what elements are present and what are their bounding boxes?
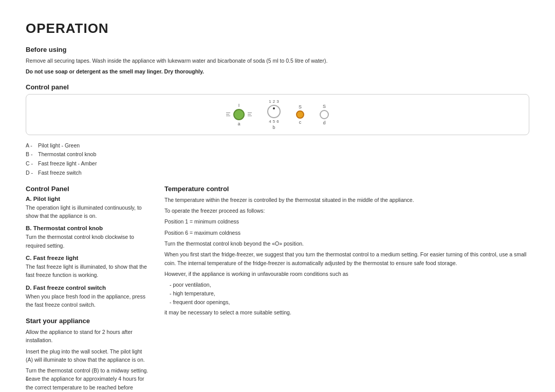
temp-ctrl-para2: To operate the freezer proceed as follow… bbox=[164, 207, 529, 215]
temp-ctrl-para6: it may be necessary to select a more sui… bbox=[164, 308, 529, 316]
legend-key-a: A - bbox=[26, 141, 35, 151]
legend: A - Pilot light - Green B - Thermostat c… bbox=[26, 141, 529, 178]
temp-ctrl-position6: Position 6 = maximum coldness bbox=[164, 229, 529, 237]
col-right: Temperature control The temperature with… bbox=[164, 185, 529, 392]
legend-row-a: A - Pilot light - Green bbox=[26, 141, 529, 151]
start-appliance-para1: Allow the appliance to stand for 2 hours… bbox=[26, 328, 149, 345]
temp-ctrl-position1: Position 1 = minimum coldness bbox=[164, 217, 529, 226]
pilot-light-text: The operation light is illuminated conti… bbox=[26, 203, 149, 220]
col-left: Control Panel A. Pilot light The operati… bbox=[26, 185, 149, 392]
control-panel-subheading: Control Panel bbox=[26, 185, 149, 193]
before-using-para1: Remove all securing tapes. Wash inside t… bbox=[26, 57, 529, 65]
fast-freeze-switch bbox=[320, 110, 329, 119]
diagram-inner: I a bbox=[226, 99, 329, 130]
control-panel-diagram: I a bbox=[26, 94, 529, 135]
temp-ctrl-para4: When you first start the fridge-freezer,… bbox=[164, 250, 529, 267]
thermostat-knob bbox=[267, 105, 281, 118]
fast-freeze-switch-text: When you place fresh food in the applian… bbox=[26, 292, 149, 309]
diagram-item-c: S c bbox=[296, 104, 304, 125]
diagram-item-b: 1 2 3 4 5 6 b bbox=[267, 99, 281, 130]
diagram-item-d: S d bbox=[320, 104, 329, 125]
control-panel-section: Control panel I bbox=[26, 83, 529, 178]
diagram-label-bottom-d: d bbox=[323, 120, 325, 125]
thermostat-subsection: B. Thermostat control knob Turn the ther… bbox=[26, 225, 149, 250]
legend-row-d: D - Fast freeze switch bbox=[26, 169, 529, 178]
diagram-item-a: I a bbox=[226, 103, 252, 126]
legend-label-c: Fast freeze light - Amber bbox=[38, 159, 97, 169]
diagram-label-top-c: S bbox=[299, 104, 302, 109]
list-item-2: high temperature, bbox=[170, 289, 529, 298]
before-using-heading: Before using bbox=[26, 46, 529, 53]
temp-ctrl-para1: The temperature within the freezer is co… bbox=[164, 196, 529, 204]
fast-freeze-light bbox=[296, 110, 304, 119]
fast-freeze-switch-subsection: D. Fast freeze control switch When you p… bbox=[26, 285, 149, 309]
diagram-label-bottom-c: c bbox=[299, 120, 302, 125]
fast-freeze-light-text: The fast freeze light is illuminated, to… bbox=[26, 263, 149, 279]
diagram-label-top-a: I bbox=[238, 103, 240, 108]
list-item-1: poor ventilation, bbox=[170, 281, 529, 289]
two-col-layout: Control Panel A. Pilot light The operati… bbox=[26, 185, 529, 392]
fast-freeze-light-subsection: C. Fast freeze light The fast freeze lig… bbox=[26, 255, 149, 279]
before-using-para2: Do not use soap or detergent as the smel… bbox=[26, 67, 529, 76]
start-appliance-subsection: Start your appliance Allow the appliance… bbox=[26, 317, 149, 392]
temp-ctrl-para3: Turn the thermostat control knob beyond … bbox=[164, 239, 529, 248]
pilot-light-subsection: A. Pilot light The operation light is il… bbox=[26, 196, 149, 220]
page-number: 4 bbox=[26, 376, 29, 382]
diagram-label-bottom-a: a bbox=[237, 121, 240, 126]
temperature-control-heading: Temperature control bbox=[164, 185, 529, 193]
temp-ctrl-list: poor ventilation, high temperature, freq… bbox=[164, 281, 529, 306]
control-panel-heading: Control panel bbox=[26, 83, 529, 91]
start-appliance-para2: Insert the plug into the wall socket. Th… bbox=[26, 347, 149, 364]
pilot-light-green bbox=[233, 109, 245, 120]
legend-key-c: C - bbox=[26, 159, 35, 169]
diagram-label-bottom-b: b bbox=[272, 125, 275, 130]
legend-row-b: B - Thermostat control knob bbox=[26, 150, 529, 159]
pilot-light-subheading: A. Pilot light bbox=[26, 196, 149, 202]
fast-freeze-light-subheading: C. Fast freeze light bbox=[26, 255, 149, 261]
legend-label-d: Fast freeze switch bbox=[38, 169, 82, 178]
legend-row-c: C - Fast freeze light - Amber bbox=[26, 159, 529, 169]
legend-label-a: Pilot light - Green bbox=[38, 141, 80, 151]
before-using-section: Before using Remove all securing tapes. … bbox=[26, 46, 529, 76]
legend-label-b: Thermostat control knob bbox=[38, 150, 96, 159]
thermostat-subheading: B. Thermostat control knob bbox=[26, 225, 149, 231]
list-item-3: frequent door openings, bbox=[170, 298, 529, 307]
fast-freeze-switch-subheading: D. Fast freeze control switch bbox=[26, 285, 149, 291]
start-appliance-heading: Start your appliance bbox=[26, 317, 149, 325]
temp-ctrl-para5: However, if the appliance is working in … bbox=[164, 270, 529, 278]
diagram-label-top-d: S bbox=[323, 104, 326, 109]
legend-key-b: B - bbox=[26, 150, 35, 159]
thermostat-text: Turn the thermostat control knob clockwi… bbox=[26, 233, 149, 250]
page-title: OPERATION bbox=[26, 21, 529, 36]
legend-key-d: D - bbox=[26, 169, 35, 178]
start-appliance-para3: Turn the thermostat control (B) to a mid… bbox=[26, 366, 149, 392]
